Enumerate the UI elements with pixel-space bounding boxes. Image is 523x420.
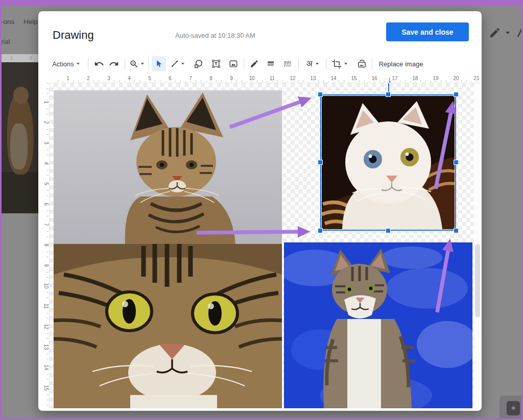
shape-tool-button[interactable] — [192, 56, 206, 71]
bg-photo-cat-head — [13, 87, 29, 104]
v-ruler-number: 10 — [42, 282, 50, 290]
canvas-image-tabby-closeup[interactable] — [54, 244, 282, 408]
bg-docs-ruler: 1 2 — [0, 54, 38, 62]
vertical-ruler: 123456789101112131415 — [42, 83, 50, 408]
text-style-button[interactable]: अ — [302, 56, 323, 71]
toolbar-separator — [244, 58, 244, 69]
h-ruler-number: 2 — [83, 76, 93, 81]
actions-label: Actions — [52, 60, 74, 68]
tabby-kitten-photo — [54, 90, 282, 244]
line-icon — [170, 59, 179, 68]
v-ruler-number: 7 — [42, 221, 50, 229]
v-ruler-number: 12 — [42, 323, 50, 331]
canvas-image-tabby-kitten[interactable] — [54, 90, 282, 244]
toolbar-separator — [148, 58, 149, 69]
canvas-image-white-cat[interactable] — [322, 96, 455, 229]
h-ruler-number: 20 — [451, 76, 461, 81]
bg-docs-ruler-number: 1 — [10, 55, 13, 60]
h-ruler-number: 3 — [104, 76, 114, 81]
shape-icon — [194, 59, 204, 69]
resize-handle-nw[interactable] — [318, 92, 322, 96]
bg-edit-mode-pencil-icon — [486, 24, 522, 40]
resize-handle-s[interactable] — [386, 229, 390, 233]
h-ruler-number: 1 — [63, 76, 73, 81]
undo-button[interactable] — [92, 56, 106, 71]
bg-document-cat-photo — [0, 62, 38, 213]
replace-image-label: Replace image — [379, 60, 423, 68]
v-ruler-number: 8 — [42, 241, 50, 249]
canvas-scrollbar-thumb[interactable] — [475, 244, 480, 317]
crop-button[interactable] — [329, 56, 350, 71]
devanagari-a-icon: अ — [306, 59, 312, 68]
insert-image-button[interactable] — [226, 56, 241, 71]
h-ruler-number: 6 — [165, 76, 175, 81]
toolbar-separator — [372, 58, 372, 69]
line-dash-button[interactable] — [280, 56, 295, 71]
chevron-down-icon — [316, 63, 319, 65]
toolbar-separator — [326, 58, 326, 69]
v-ruler-number: 6 — [42, 201, 50, 208]
text-box-icon — [211, 59, 221, 69]
line-weight-icon — [266, 59, 275, 68]
page-frame-left — [0, 0, 2, 420]
chevron-down-icon — [344, 63, 347, 65]
h-ruler-number: 10 — [247, 76, 257, 81]
resize-handle-w[interactable] — [318, 160, 322, 164]
v-ruler-number: 13 — [42, 343, 50, 351]
toolbar-separator — [298, 58, 299, 69]
v-ruler-number: 15 — [42, 384, 50, 392]
resize-handle-ne[interactable] — [454, 92, 458, 96]
undo-icon — [94, 59, 104, 69]
crop-icon — [332, 59, 342, 69]
h-ruler-number: 15 — [349, 76, 359, 81]
h-ruler-number: 9 — [226, 76, 236, 81]
redo-button[interactable] — [107, 56, 121, 71]
actions-menu-button[interactable]: Actions — [50, 56, 82, 71]
h-ruler-number: 12 — [288, 76, 298, 81]
autosave-status: Auto-saved at 10:18:30 AM — [175, 32, 255, 39]
replace-image-button[interactable]: Replace image — [375, 56, 426, 71]
v-ruler-number: 5 — [42, 180, 50, 188]
zoom-in-icon — [129, 59, 139, 69]
text-box-button[interactable] — [209, 56, 223, 71]
canvas-scrollbar-track[interactable] — [474, 83, 481, 408]
resize-handle-e[interactable] — [454, 160, 458, 164]
line-dash-icon — [282, 59, 293, 68]
drawing-canvas[interactable] — [50, 83, 474, 408]
toolbar-separator — [88, 58, 88, 69]
canvas-image-cat-on-blue[interactable] — [284, 242, 472, 408]
line-color-button[interactable] — [247, 56, 262, 71]
chevron-down-icon — [141, 63, 144, 65]
resize-handle-n[interactable] — [386, 92, 390, 96]
resize-handle-sw[interactable] — [318, 229, 322, 233]
tabby-closeup-photo — [54, 244, 282, 408]
reset-image-button[interactable] — [354, 56, 369, 71]
bg-photo-ground — [0, 172, 38, 213]
page-frame-top — [0, 0, 523, 5]
white-cat-photo — [322, 96, 455, 229]
zoom-button[interactable] — [127, 56, 146, 71]
line-weight-button[interactable] — [264, 56, 278, 71]
drawing-toolbar: Actions — [38, 55, 482, 75]
v-ruler-number: 11 — [42, 303, 50, 310]
horizontal-ruler: 123456789101112131415161718192021 — [50, 75, 481, 83]
line-tool-button[interactable] — [168, 56, 186, 71]
h-ruler-number: 7 — [185, 76, 196, 81]
resize-handle-se[interactable] — [454, 229, 458, 233]
sparkle-feedback-button[interactable]: ✦ — [507, 401, 520, 415]
drawing-dialog: Drawing Auto-saved at 10:18:30 AM Save a… — [38, 11, 482, 411]
h-ruler-number: 18 — [410, 76, 420, 81]
h-ruler-number: 16 — [369, 76, 379, 81]
h-ruler-number: 8 — [206, 76, 216, 81]
v-ruler-number: 14 — [42, 364, 50, 372]
reset-image-icon — [356, 59, 367, 69]
chevron-down-icon — [77, 63, 80, 65]
v-ruler-number: 9 — [42, 262, 50, 269]
cursor-select-icon — [154, 59, 163, 68]
select-tool-button[interactable] — [152, 56, 166, 71]
save-and-close-button[interactable]: Save and close — [386, 22, 469, 41]
toolbar-separator — [125, 58, 125, 69]
h-ruler-number: 5 — [145, 76, 155, 81]
bg-docs-ruler-number: 2 — [30, 55, 32, 60]
h-ruler-number: 11 — [267, 76, 277, 81]
